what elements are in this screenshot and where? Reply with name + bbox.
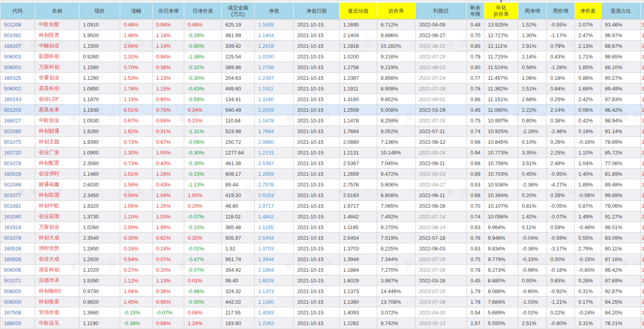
col-header-name[interactable]: 名称 <box>35 3 79 19</box>
col-header-price[interactable]: 现价 <box>79 3 120 19</box>
cell-code[interactable]: 166027 <box>0 115 35 126</box>
cell-name[interactable]: 科创配置 <box>35 158 79 169</box>
cell-discount: 7.045% <box>377 158 415 169</box>
cell-code[interactable]: 166025 <box>0 318 35 329</box>
col-header-day_premium[interactable]: 日净价差 <box>184 3 222 19</box>
cell-discount: 8.896% <box>377 30 415 41</box>
cell-name[interactable]: 科创投资 <box>35 30 79 41</box>
cell-stock_pct: 92.87% <box>601 286 641 297</box>
cell-code[interactable]: 506002 <box>0 83 35 94</box>
cell-name[interactable]: 科创大成 <box>35 233 79 243</box>
cell-code[interactable]: 501078 <box>0 158 35 169</box>
cell-name[interactable]: 易基科创 <box>35 83 79 94</box>
cell-name[interactable]: 科创财通 <box>35 126 79 137</box>
cell-code[interactable]: 501075 <box>0 137 35 147</box>
cell-clipped-next-column: 1 <box>641 275 644 286</box>
cell-code[interactable]: 501082 <box>0 30 35 41</box>
col-header-turnover[interactable]: 成交金额(万元) <box>222 3 255 19</box>
cell-nav: 1.1911 <box>255 83 294 94</box>
cell-code[interactable]: 501071 <box>0 275 35 286</box>
col-header-day_nav_chg[interactable]: 当日净增 <box>153 3 184 19</box>
cell-name[interactable]: 富国科创 <box>35 51 79 62</box>
cell-code[interactable]: 160143 <box>0 94 35 105</box>
cell-code[interactable]: 501046 <box>0 179 35 190</box>
col-header-discount[interactable]: 折价率 <box>377 3 415 19</box>
cell-code[interactable]: 501079 <box>0 233 35 243</box>
cell-premium: -0.06% <box>575 190 601 201</box>
cell-code[interactable]: 167508 <box>0 307 35 318</box>
cell-name[interactable]: 中欧创业 <box>35 115 79 126</box>
col-header-nav_date[interactable]: 净值日期 <box>294 3 340 19</box>
cell-name[interactable]: 中欧创新 <box>35 19 79 30</box>
cell-name[interactable]: 万家科创 <box>35 62 79 73</box>
cell-code[interactable]: 160926 <box>0 254 35 265</box>
col-header-premium[interactable]: 净价差 <box>575 3 601 19</box>
table-row: 160143创业LOF1.18701.19%0.60%-0.59%134.411… <box>0 94 644 105</box>
cell-name[interactable]: 科创板BS <box>35 286 79 297</box>
cell-code[interactable]: 501077 <box>0 190 35 201</box>
cell-code[interactable]: 506001 <box>0 62 35 73</box>
cell-name[interactable]: 博时优势 <box>35 243 79 254</box>
col-header-stock_pct[interactable]: 股票占比 <box>601 3 641 19</box>
cell-code[interactable]: 506003 <box>0 51 35 62</box>
cell-code[interactable]: 501081 <box>0 201 35 211</box>
cell-week_price_chg: 0.38% <box>547 115 575 126</box>
col-header-chg[interactable]: 涨幅 <box>120 3 153 19</box>
cell-price: 1.1290 <box>79 73 120 83</box>
table-row: 160529创业博时1.14601.51%1.28%-0.23%608.171.… <box>0 169 644 179</box>
cell-est_nav: 2.0880 <box>340 137 377 147</box>
cell-code[interactable]: 160529 <box>0 169 35 179</box>
cell-name[interactable]: 华夏创业 <box>35 73 79 83</box>
cell-name[interactable]: 创业博时 <box>35 169 79 179</box>
col-header-code[interactable]: 代码 <box>0 3 35 19</box>
col-header-annual_discount[interactable]: ▼年化折价率 <box>484 3 518 19</box>
cell-code[interactable]: 506006 <box>0 265 35 275</box>
cell-name[interactable]: 添富科创 <box>35 265 79 275</box>
cell-day_premium: -0.02% <box>184 243 222 254</box>
cell-code[interactable]: 161914 <box>0 222 35 233</box>
cell-discount: 6.808% <box>377 190 415 201</box>
cell-code[interactable]: 160526 <box>0 243 35 254</box>
cell-name[interactable]: 科创板基 <box>35 297 79 307</box>
cell-name[interactable]: 创业大成 <box>35 254 79 265</box>
cell-code[interactable]: 501203 <box>0 105 35 115</box>
cell-day_nav_chg: 1.15% <box>153 83 184 94</box>
cell-name[interactable]: 创业广发 <box>35 147 79 158</box>
cell-code[interactable]: 168207 <box>0 41 35 51</box>
cell-name[interactable]: 创业富国 <box>35 211 79 222</box>
cell-name[interactable]: 中欧远见 <box>35 318 79 329</box>
cell-clipped-next-column: 1 <box>641 30 644 41</box>
cell-day_nav_chg: 0.67% <box>153 137 184 147</box>
cell-nav: 1.3703 <box>255 243 294 254</box>
cell-price: 1.1460 <box>79 169 120 179</box>
cell-code[interactable]: 162720 <box>0 147 35 158</box>
cell-code[interactable]: 501208 <box>0 19 35 30</box>
cell-name[interactable]: 易基未来 <box>35 105 79 115</box>
cell-premium: 0.88% <box>575 73 601 83</box>
col-header-week_price_chg[interactable]: 周价增 <box>547 3 575 19</box>
cell-est_nav: 1.3944 <box>340 254 377 265</box>
cell-name[interactable]: 万家创业 <box>35 222 79 233</box>
col-header-label: 剩余 <box>467 5 484 11</box>
cell-name[interactable]: 创业LOF <box>35 94 79 105</box>
col-header-nav[interactable]: 净值 <box>255 3 294 19</box>
col-header-est_nav[interactable]: 最近估值 <box>340 3 377 19</box>
cell-code[interactable]: 506005 <box>0 286 35 297</box>
cell-code[interactable]: 161040 <box>0 211 35 222</box>
cell-code[interactable]: 506000 <box>0 297 35 307</box>
cell-code[interactable]: 160325 <box>0 73 35 83</box>
cell-name[interactable]: 泓德丰泽 <box>35 275 79 286</box>
cell-week_price_chg: -0.05% <box>547 201 575 211</box>
cell-name[interactable]: 安信价值 <box>35 307 79 318</box>
cell-code[interactable]: 501085 <box>0 126 35 137</box>
col-header-week_nav_chg[interactable]: 周净增 <box>518 3 547 19</box>
col-header-maturity[interactable]: 到期日 <box>415 3 467 19</box>
col-header-years[interactable]: 剩余年限 <box>467 3 484 19</box>
cell-premium: 2.42% <box>575 94 601 105</box>
cell-name[interactable]: 财通福鑫 <box>35 179 79 190</box>
cell-stock_pct: 76.21% <box>601 318 641 329</box>
cell-name[interactable]: 中融创业 <box>35 41 79 51</box>
cell-name[interactable]: 科创中欧 <box>35 201 79 211</box>
cell-name[interactable]: 科创富国 <box>35 190 79 201</box>
cell-name[interactable]: 科创主题 <box>35 137 79 147</box>
